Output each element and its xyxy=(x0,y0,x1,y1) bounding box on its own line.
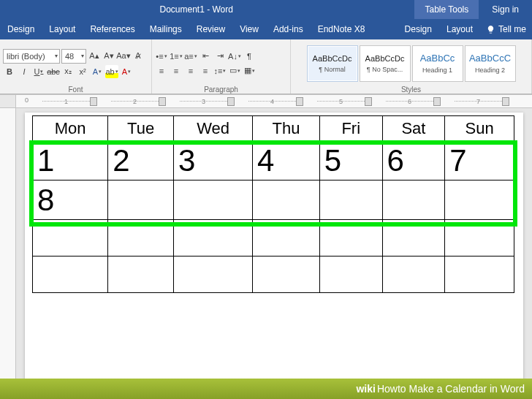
style--no-spac-[interactable]: AaBbCcDc¶ No Spac... xyxy=(360,45,411,82)
numbering-button[interactable]: 1≡ xyxy=(170,50,183,63)
horizontal-ruler: 01234567 xyxy=(0,95,532,108)
bold-button[interactable]: B xyxy=(3,65,16,78)
cell-r0-c4[interactable]: 5 xyxy=(319,141,382,180)
style-heading-2[interactable]: AaBbCcCHeading 2 xyxy=(465,45,516,82)
multilevel-list-button[interactable]: a≡ xyxy=(184,50,197,63)
tab-design[interactable]: Design xyxy=(0,24,42,34)
table-tools-label: Table Tools xyxy=(414,0,479,19)
cell-r0-c2[interactable]: 3 xyxy=(174,141,253,180)
tab-review[interactable]: Review xyxy=(189,24,232,34)
sign-in-link[interactable]: Sign in xyxy=(479,4,532,15)
increase-indent-button[interactable]: ⇥ xyxy=(213,50,227,63)
font-group-label: Font xyxy=(3,86,148,94)
cell-r2-c6[interactable] xyxy=(445,220,514,256)
cell-r3-c1[interactable] xyxy=(108,256,174,293)
cell-r0-c1[interactable]: 2 xyxy=(108,141,174,180)
document-area: MonTueWedThuFriSatSun12345678 wikiHow to… xyxy=(0,108,532,399)
cell-r1-c4[interactable] xyxy=(319,180,382,220)
table-tab-layout[interactable]: Layout xyxy=(439,24,480,34)
highlight-button[interactable]: ab xyxy=(105,65,118,78)
font-name-combo[interactable]: libri (Body) xyxy=(3,49,60,64)
day-header-sat[interactable]: Sat xyxy=(382,116,445,141)
underline-button[interactable]: U xyxy=(32,65,45,78)
show-marks-button[interactable]: ¶ xyxy=(243,50,256,63)
tab-layout[interactable]: Layout xyxy=(42,24,83,34)
cell-r2-c0[interactable] xyxy=(33,220,108,256)
ribbon: libri (Body) 48 A▴ A▾ Aa▾ A̷ B I U abc x… xyxy=(0,39,532,95)
tab-view[interactable]: View xyxy=(232,24,266,34)
shading-button[interactable]: ▭ xyxy=(228,64,241,77)
day-header-wed[interactable]: Wed xyxy=(174,116,253,141)
column-grip-6[interactable] xyxy=(433,97,441,106)
style-heading-1[interactable]: AaBbCcHeading 1 xyxy=(412,45,463,82)
column-grip-5[interactable] xyxy=(365,97,372,106)
watermark: wikiHow to Make a Calendar in Word xyxy=(0,379,532,399)
cell-r0-c0[interactable]: 1 xyxy=(33,141,108,180)
tell-me-search[interactable]: Tell me xyxy=(480,24,532,34)
strikethrough-button[interactable]: abc xyxy=(47,65,60,78)
styles-group-label: Styles xyxy=(294,86,528,94)
column-grip-1[interactable] xyxy=(90,97,97,106)
shrink-font-button[interactable]: A▾ xyxy=(102,50,115,63)
clear-formatting-button[interactable]: A̷ xyxy=(132,50,145,63)
cell-r0-c6[interactable]: 7 xyxy=(445,141,514,180)
borders-button[interactable]: ▦ xyxy=(243,64,256,77)
align-left-button[interactable]: ≡ xyxy=(155,64,168,77)
align-center-button[interactable]: ≡ xyxy=(170,64,183,77)
column-grip-2[interactable] xyxy=(159,97,166,106)
tab-references[interactable]: References xyxy=(83,24,142,34)
tab-add-ins[interactable]: Add-ins xyxy=(266,24,311,34)
column-grip-4[interactable] xyxy=(296,97,303,106)
title-bar: Document1 - Word Table Tools Sign in xyxy=(0,0,532,19)
cell-r1-c0[interactable]: 8 xyxy=(33,180,108,220)
cell-r3-c4[interactable] xyxy=(319,256,382,293)
cell-r1-c3[interactable] xyxy=(253,180,320,220)
bullets-button[interactable]: •≡ xyxy=(155,50,168,63)
vertical-ruler xyxy=(0,108,16,399)
cell-r1-c5[interactable] xyxy=(382,180,445,220)
cell-r2-c3[interactable] xyxy=(253,220,320,256)
day-header-tue[interactable]: Tue xyxy=(108,116,174,141)
cell-r3-c3[interactable] xyxy=(253,256,320,293)
calendar-table[interactable]: MonTueWedThuFriSatSun12345678 xyxy=(32,115,514,293)
table-tab-design[interactable]: Design xyxy=(398,24,439,34)
italic-button[interactable]: I xyxy=(18,65,31,78)
day-header-mon[interactable]: Mon xyxy=(33,116,108,141)
cell-r3-c5[interactable] xyxy=(382,256,445,293)
cell-r2-c4[interactable] xyxy=(319,220,382,256)
tab-endnote-x8[interactable]: EndNote X8 xyxy=(311,24,373,34)
cell-r1-c1[interactable] xyxy=(108,180,174,220)
cell-r1-c6[interactable] xyxy=(445,180,514,220)
cell-r0-c5[interactable]: 6 xyxy=(382,141,445,180)
decrease-indent-button[interactable]: ⇤ xyxy=(199,50,212,63)
cell-r3-c2[interactable] xyxy=(174,256,253,293)
font-size-combo[interactable]: 48 xyxy=(61,49,86,64)
line-spacing-button[interactable]: ↕≡ xyxy=(213,64,227,77)
paragraph-group-label: Paragraph xyxy=(155,86,287,94)
day-header-fri[interactable]: Fri xyxy=(319,116,382,141)
cell-r3-c6[interactable] xyxy=(445,256,514,293)
cell-r0-c3[interactable]: 4 xyxy=(253,141,320,180)
day-header-thu[interactable]: Thu xyxy=(253,116,320,141)
subscript-button[interactable]: x₂ xyxy=(61,65,75,78)
font-color-button[interactable]: A xyxy=(120,65,133,78)
day-header-sun[interactable]: Sun xyxy=(445,116,514,141)
text-effects-button[interactable]: A xyxy=(91,65,104,78)
cell-r1-c2[interactable] xyxy=(174,180,253,220)
grow-font-button[interactable]: A▴ xyxy=(88,50,101,63)
tab-mailings[interactable]: Mailings xyxy=(142,24,189,34)
justify-button[interactable]: ≡ xyxy=(199,64,212,77)
superscript-button[interactable]: x² xyxy=(76,65,89,78)
sort-button[interactable]: A↓ xyxy=(228,50,241,63)
lightbulb-icon xyxy=(486,25,495,34)
column-grip-3[interactable] xyxy=(227,97,235,106)
cell-r2-c2[interactable] xyxy=(174,220,253,256)
cell-r2-c5[interactable] xyxy=(382,220,445,256)
cell-r2-c1[interactable] xyxy=(108,220,174,256)
style--normal[interactable]: AaBbCcDc¶ Normal xyxy=(307,45,358,82)
column-grip-7[interactable] xyxy=(502,97,509,106)
change-case-button[interactable]: Aa▾ xyxy=(117,50,130,63)
page[interactable]: MonTueWedThuFriSatSun12345678 xyxy=(25,113,523,390)
cell-r3-c0[interactable] xyxy=(33,256,108,293)
align-right-button[interactable]: ≡ xyxy=(184,64,197,77)
